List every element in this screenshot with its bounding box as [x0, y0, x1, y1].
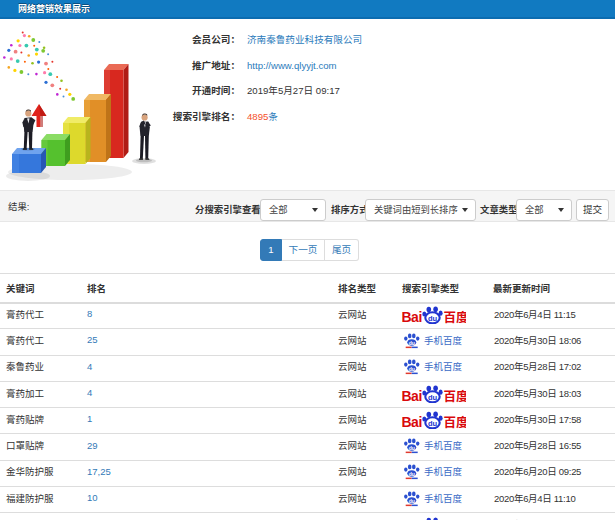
svg-text:du: du [409, 445, 415, 451]
svg-text:du: du [428, 419, 438, 428]
svg-text:百度: 百度 [444, 307, 467, 325]
svg-text:Bai: Bai [402, 388, 422, 403]
svg-text:百度: 百度 [444, 412, 467, 430]
svg-text:du: du [409, 340, 415, 346]
svg-text:du: du [428, 393, 438, 402]
svg-text:du: du [409, 471, 415, 477]
svg-text:Bai: Bai [402, 309, 422, 324]
svg-text:du: du [409, 498, 415, 504]
svg-text:Bai: Bai [402, 414, 422, 429]
svg-text:百度: 百度 [444, 386, 467, 404]
svg-text:du: du [428, 314, 438, 323]
svg-text:du: du [409, 366, 415, 372]
